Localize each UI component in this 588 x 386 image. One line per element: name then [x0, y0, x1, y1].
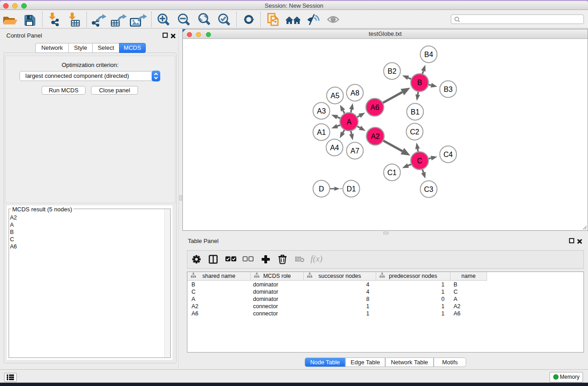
svg-text:B4: B4 [424, 51, 433, 58]
svg-text:A8: A8 [350, 89, 359, 97]
svg-text:B3: B3 [444, 86, 453, 93]
svg-text:C2: C2 [410, 128, 420, 136]
svg-text:A1: A1 [317, 129, 326, 136]
svg-text:B: B [417, 79, 422, 86]
svg-text:A4: A4 [330, 144, 339, 152]
svg-text:B1: B1 [411, 108, 420, 116]
svg-text:C: C [417, 157, 422, 165]
svg-text:A: A [347, 118, 352, 126]
svg-text:A5: A5 [330, 92, 339, 100]
svg-text:A7: A7 [350, 147, 359, 155]
svg-text:C1: C1 [387, 169, 397, 176]
svg-text:A2: A2 [371, 133, 380, 140]
svg-text:D: D [319, 185, 324, 193]
svg-text:A6: A6 [370, 104, 379, 111]
svg-text:B2: B2 [387, 67, 397, 75]
svg-text:A3: A3 [317, 107, 326, 115]
svg-text:C4: C4 [444, 151, 453, 158]
svg-text:D1: D1 [347, 185, 356, 193]
svg-text:C3: C3 [424, 186, 434, 193]
